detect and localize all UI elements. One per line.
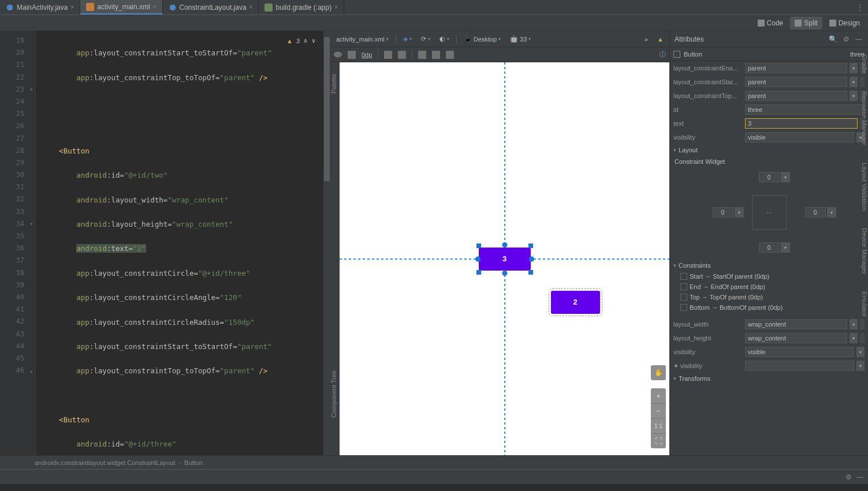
attr-value[interactable]: parent bbox=[745, 63, 847, 73]
attributes-body[interactable]: layout_constraintEna...parent▾ layout_co… bbox=[670, 61, 868, 455]
attr-row: layout_constraintTop...parent▾ bbox=[670, 89, 868, 103]
chevron-up-icon[interactable]: ∧ bbox=[303, 37, 308, 44]
component-type: Button bbox=[684, 51, 702, 58]
attributes-title: Attributes bbox=[675, 35, 824, 43]
tab-main-activity[interactable]: MainActivity.java× bbox=[0, 0, 80, 14]
widget-button-three[interactable]: 3 bbox=[479, 248, 531, 271]
dropdown-icon[interactable]: ▾ bbox=[850, 91, 858, 101]
attr-value-layout-width[interactable]: wrap_content bbox=[745, 319, 847, 329]
dropdown-icon[interactable]: ▾ bbox=[781, 242, 790, 253]
close-icon[interactable]: × bbox=[249, 4, 253, 10]
dropdown-icon[interactable]: ▾ bbox=[781, 172, 790, 182]
view-mode-code[interactable]: Code bbox=[753, 17, 788, 29]
close-icon[interactable]: × bbox=[153, 3, 157, 10]
dropdown-icon[interactable]: ▾ bbox=[827, 207, 836, 218]
tabs-overflow-menu[interactable]: ⋮ bbox=[852, 0, 868, 14]
breadcrumb-item[interactable]: androidx.constraintlayout.widget.Constra… bbox=[35, 459, 175, 466]
constraint-margin-left[interactable]: 0 bbox=[713, 207, 733, 218]
attr-value-text[interactable]: 3 bbox=[745, 118, 858, 129]
view-mode-split[interactable]: Split bbox=[790, 17, 822, 29]
unnamed-checkbox[interactable] bbox=[673, 51, 680, 58]
minimize-icon[interactable]: — bbox=[856, 473, 863, 481]
attr-value-visibility2[interactable]: visible bbox=[745, 347, 854, 357]
tab-gradle[interactable]: Gradle bbox=[859, 55, 868, 74]
fold-marker[interactable]: ▾ bbox=[28, 84, 35, 96]
orientation-icon[interactable]: ⟳▾ bbox=[419, 34, 433, 44]
code-text-area[interactable]: app:layout_constraintStart_toStartOf="pa… bbox=[36, 31, 330, 455]
warning-icon[interactable]: ▲ bbox=[655, 35, 666, 44]
night-mode-icon[interactable]: ◐▾ bbox=[437, 34, 452, 44]
gear-icon[interactable]: ⚙ bbox=[845, 473, 852, 481]
default-margin[interactable]: 0dp bbox=[362, 51, 372, 58]
attr-value-id[interactable]: three bbox=[745, 104, 865, 115]
widget-button-two[interactable]: 2 bbox=[551, 291, 600, 314]
constraint-margin-right[interactable]: 0 bbox=[805, 207, 826, 218]
main-split: 19 20 21 22 23 24 25 26 27 28 29 30 31 3… bbox=[0, 31, 868, 455]
attr-row: idthree bbox=[670, 103, 868, 117]
pack-icon[interactable] bbox=[432, 51, 440, 59]
infer-constraints-icon[interactable] bbox=[398, 51, 406, 59]
tab-build-gradle[interactable]: build.gradle (:app)× bbox=[259, 0, 344, 14]
dropdown-icon[interactable]: ▾ bbox=[850, 63, 858, 73]
dropdown-icon[interactable]: ▾ bbox=[735, 207, 744, 218]
view-mode-design[interactable]: Design bbox=[825, 17, 865, 29]
close-icon[interactable]: × bbox=[70, 4, 74, 10]
attr-value-layout-height[interactable]: wrap_content bbox=[745, 333, 847, 343]
zoom-in-button[interactable]: + bbox=[651, 388, 666, 403]
tab-activity-main-xml[interactable]: activity_main.xml× bbox=[80, 0, 162, 14]
search-icon[interactable]: 🔍 bbox=[828, 35, 839, 43]
fold-marker[interactable]: ▴ bbox=[28, 365, 35, 377]
constraint-item[interactable]: Top → TopOf parent (0dp) bbox=[670, 292, 868, 302]
guideline-icon[interactable] bbox=[446, 51, 454, 59]
magnet-icon[interactable] bbox=[348, 51, 356, 59]
transforms-section-header[interactable]: ▾Transforms bbox=[670, 373, 868, 384]
dropdown-icon[interactable]: ▾ bbox=[856, 361, 865, 371]
overflow-icon[interactable]: » bbox=[642, 35, 650, 44]
layout-section-header[interactable]: ▾Layout bbox=[670, 144, 868, 156]
file-dropdown[interactable]: activity_main.xml▾ bbox=[334, 35, 391, 44]
scrollbar-thumb[interactable] bbox=[324, 37, 330, 181]
constraint-item[interactable]: Start → StartOf parent (0dp) bbox=[670, 271, 868, 282]
component-tree-tab[interactable]: Component Tree bbox=[330, 370, 340, 418]
dropdown-icon[interactable]: ▾ bbox=[850, 319, 858, 329]
constraint-item[interactable]: Bottom → BottomOf parent (0dp) bbox=[670, 302, 868, 313]
constraint-item[interactable]: End → EndOf parent (0dp) bbox=[670, 282, 868, 292]
constraints-section-header[interactable]: ▾Constraints bbox=[670, 260, 868, 271]
zoom-expand-button[interactable]: ⛶ bbox=[651, 433, 666, 448]
constraint-margin-bottom[interactable]: 0 bbox=[759, 242, 780, 253]
api-dropdown[interactable]: 🤖 33▾ bbox=[508, 34, 533, 44]
close-icon[interactable]: × bbox=[334, 4, 338, 10]
tab-constraintlayout-java[interactable]: ConstraintLayout.java× bbox=[163, 0, 259, 14]
attr-value-visibility[interactable]: visible bbox=[745, 132, 854, 143]
design-canvas[interactable]: 3 2 bbox=[340, 62, 669, 455]
zoom-fit-button[interactable]: 1:1 bbox=[651, 418, 666, 433]
device-dropdown[interactable]: 📱 Desktop▾ bbox=[461, 34, 503, 44]
dropdown-icon[interactable]: ▾ bbox=[850, 333, 858, 343]
align-icon[interactable] bbox=[418, 51, 426, 59]
inspection-widget[interactable]: ▲3∧∨ bbox=[286, 37, 316, 44]
attr-value[interactable]: parent bbox=[745, 77, 847, 87]
gear-icon[interactable]: ⚙ bbox=[842, 35, 851, 43]
constraint-margin-top[interactable]: 0 bbox=[759, 172, 780, 182]
tab-resource-manager[interactable]: Resource Manager bbox=[859, 91, 868, 145]
dropdown-icon[interactable]: ▾ bbox=[856, 347, 865, 357]
tab-device-manager[interactable]: Device Manager bbox=[859, 228, 868, 274]
palette-tab[interactable]: Palette bbox=[330, 74, 340, 93]
dropdown-icon[interactable]: ▾ bbox=[850, 77, 858, 87]
eye-icon[interactable] bbox=[334, 51, 342, 59]
pan-icon[interactable]: ✋ bbox=[651, 365, 666, 380]
attr-value-tools-visibility[interactable] bbox=[745, 361, 854, 371]
editor-scrollbar[interactable] bbox=[323, 31, 330, 455]
constraint-widget[interactable]: ↔ 0▾ 0▾ 0▾ 0▾ bbox=[670, 167, 868, 260]
constraint-widget-center[interactable]: ↔ bbox=[752, 195, 787, 230]
design-surface-icon[interactable]: ◈▾ bbox=[401, 34, 414, 44]
fold-marker[interactable]: ▾ bbox=[28, 218, 35, 230]
breadcrumb-item[interactable]: Button bbox=[184, 459, 203, 466]
attr-value[interactable]: parent bbox=[745, 91, 847, 101]
tab-layout-validation[interactable]: Layout Validation bbox=[859, 163, 868, 211]
info-icon[interactable]: ⓘ bbox=[660, 50, 666, 59]
zoom-out-button[interactable]: − bbox=[651, 403, 666, 418]
clear-constraints-icon[interactable] bbox=[384, 51, 392, 59]
tab-emulator[interactable]: Emulator bbox=[859, 291, 868, 317]
chevron-down-icon[interactable]: ∨ bbox=[311, 37, 316, 44]
